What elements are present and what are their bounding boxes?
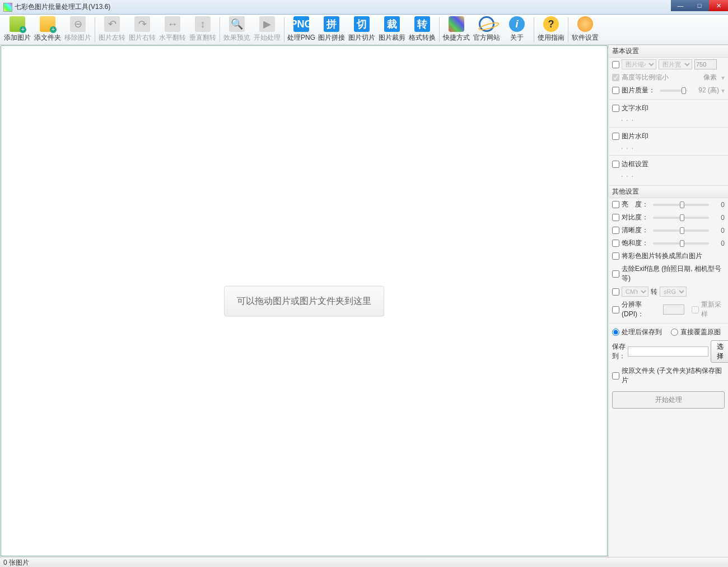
overwrite-radio[interactable] (671, 329, 678, 336)
saturation-label: 饱和度： (622, 238, 648, 248)
remove-image-button[interactable]: ⊖移除图片 (63, 16, 93, 44)
contrast-slider[interactable] (653, 217, 709, 219)
image-watermark-checkbox[interactable] (612, 133, 619, 140)
titlebar: 七彩色图片批量处理工具(V13.6) — □ ✕ (0, 0, 728, 15)
shortcut-icon (449, 16, 464, 32)
cmyk-checkbox[interactable] (612, 288, 619, 296)
dpi-input[interactable] (663, 304, 684, 315)
minimize-button[interactable]: — (671, 0, 690, 11)
saturation-value: 0 (713, 240, 725, 247)
status-text: 0 张图片 (3, 559, 29, 566)
brightness-slider[interactable] (653, 204, 709, 206)
quality-slider[interactable] (660, 90, 688, 92)
crop-button[interactable]: 裁图片裁剪 (377, 16, 407, 44)
rotate-left-button[interactable]: ↶图片左转 (97, 16, 127, 44)
slice-button[interactable]: 切图片切片 (347, 16, 377, 44)
remove-image-label: 移除图片 (64, 33, 91, 43)
saturation-checkbox[interactable] (612, 240, 619, 247)
cmyk-select[interactable]: CMYK (622, 287, 648, 297)
border-label: 边框设置 (622, 160, 648, 169)
add-folder-label: 添文件夹 (34, 33, 61, 43)
info-icon: i (509, 16, 525, 32)
canvas-drop-area[interactable]: 可以拖动图片或图片文件夹到这里 (1, 45, 608, 556)
border-checkbox[interactable] (612, 161, 619, 168)
about-button[interactable]: i关于 (502, 16, 532, 44)
save-path-input[interactable] (628, 346, 708, 357)
toolbar-separator (439, 17, 440, 42)
add-image-button[interactable]: 添加图片 (2, 16, 32, 44)
slice-label: 图片切片 (348, 33, 375, 43)
save-to-radio[interactable] (612, 329, 619, 336)
png-icon: PNG (293, 16, 309, 32)
settings-button[interactable]: 软件设置 (570, 16, 600, 44)
unit-label: 像素 (703, 73, 717, 82)
toolbar-separator (220, 17, 220, 42)
dpi-label: 分辨率 (DPI)： (622, 300, 661, 319)
start-button[interactable]: ▶开始处理 (252, 16, 282, 44)
flip-v-button[interactable]: ↕垂直翻转 (188, 16, 218, 44)
brightness-label: 亮 度： (622, 200, 648, 209)
shrink-select[interactable]: 图片缩小 (622, 59, 656, 69)
flip-h-icon: ↔ (165, 16, 180, 32)
image-remove-icon: ⊖ (70, 16, 86, 32)
magnify-icon: 🔍 (229, 16, 245, 32)
resample-checkbox[interactable] (692, 306, 699, 313)
stitch-button[interactable]: 拼图片拼接 (316, 16, 347, 44)
contrast-checkbox[interactable] (612, 214, 619, 221)
saturation-slider[interactable] (653, 242, 709, 245)
about-label: 关于 (510, 33, 524, 43)
flip-h-button[interactable]: ↔水平翻转 (157, 16, 188, 44)
contrast-label: 对比度： (622, 213, 648, 222)
quality-label: 图片质量： (622, 86, 655, 95)
brightness-value: 0 (713, 201, 725, 209)
exif-checkbox[interactable] (612, 270, 619, 278)
convert-button[interactable]: 转格式转换 (407, 16, 437, 44)
conv-to-label: 转 (651, 287, 657, 297)
bw-checkbox[interactable] (612, 252, 619, 260)
sharpness-slider[interactable] (653, 229, 709, 232)
rotate-right-button[interactable]: ↷图片右转 (127, 16, 157, 44)
drop-hint: 可以拖动图片或图片文件夹到这里 (224, 285, 384, 316)
slice-icon: 切 (354, 16, 370, 32)
add-image-label: 添加图片 (4, 33, 31, 43)
shortcut-label: 快捷方式 (443, 33, 470, 43)
shrink-checkbox[interactable] (612, 61, 619, 68)
dpi-checkbox[interactable] (612, 306, 619, 313)
preview-button[interactable]: 🔍效果预览 (222, 16, 252, 44)
choose-folder-button[interactable]: 选择 (711, 340, 728, 363)
brightness-checkbox[interactable] (612, 201, 619, 208)
start-process-button[interactable]: 开始处理 (612, 391, 725, 409)
shortcut-button[interactable]: 快捷方式 (441, 16, 472, 44)
gear-icon (577, 16, 593, 32)
help-icon: ? (543, 16, 559, 32)
play-icon: ▶ (259, 16, 275, 32)
convert-label: 格式转换 (409, 33, 436, 43)
srgb-select[interactable]: sRGB (660, 287, 687, 297)
quality-checkbox[interactable] (612, 87, 619, 94)
toolbar-separator (95, 17, 95, 42)
keep-structure-checkbox[interactable] (612, 372, 619, 379)
add-folder-button[interactable]: 添文件夹 (32, 16, 63, 44)
window-title: 七彩色图片批量处理工具(V13.6) (15, 2, 110, 12)
website-button[interactable]: 官方网站 (472, 16, 502, 44)
rotate-left-icon: ↶ (104, 16, 120, 32)
guide-button[interactable]: ?使用指南 (536, 16, 566, 44)
rotate-left-label: 图片左转 (99, 33, 125, 43)
height-prop-label: 高度等比例缩小 (622, 73, 669, 82)
exif-label: 去除Exif信息 (拍照日期, 相机型号等) (622, 264, 725, 283)
text-watermark-checkbox[interactable] (612, 105, 619, 112)
close-button[interactable]: ✕ (709, 0, 728, 11)
maximize-button[interactable]: □ (690, 0, 709, 11)
text-watermark-dots: ... (609, 115, 728, 125)
save-to-opt-label: 处理后保存到 (622, 327, 662, 337)
app-icon (3, 3, 12, 12)
width-label-select[interactable]: 图片宽： (659, 59, 692, 69)
height-prop-checkbox[interactable] (612, 74, 619, 81)
settings-label: 软件设置 (572, 33, 599, 43)
process-png-button[interactable]: PNG处理PNG (286, 16, 316, 44)
image-add-icon (10, 16, 25, 32)
sharpness-checkbox[interactable] (612, 227, 619, 234)
width-input[interactable] (694, 59, 717, 69)
quality-value: 92 (高) (692, 86, 719, 95)
crop-icon: 裁 (384, 16, 400, 32)
